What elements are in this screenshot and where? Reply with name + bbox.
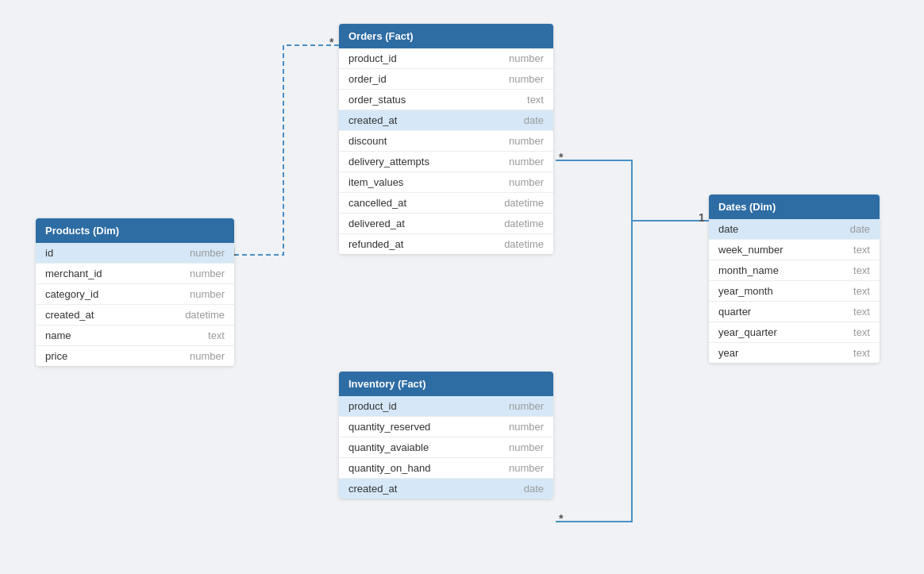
- col-name: quantity_avaiable: [348, 441, 429, 453]
- table-row: week_number text: [709, 240, 880, 260]
- table-row: name text: [36, 326, 234, 346]
- table-row: refunded_at datetime: [339, 234, 553, 254]
- table-row: merchant_id number: [36, 264, 234, 284]
- col-name: quantity_on_hand: [348, 462, 430, 474]
- col-type: text: [853, 326, 870, 338]
- col-name: merchant_id: [45, 268, 102, 279]
- table-row-highlighted: id number: [36, 243, 234, 264]
- col-type: number: [509, 176, 544, 188]
- col-type: number: [509, 156, 544, 168]
- col-name: refunded_at: [348, 238, 403, 250]
- table-row-highlighted: date date: [709, 219, 880, 240]
- col-type: date: [524, 114, 544, 126]
- col-type: text: [853, 264, 870, 276]
- table-row: order_status text: [339, 90, 553, 110]
- col-type: date: [850, 223, 870, 235]
- col-type: datetime: [504, 197, 544, 209]
- inventory-table-header: Inventory (Fact): [339, 372, 553, 396]
- col-type: number: [190, 350, 225, 362]
- col-name: product_id: [348, 400, 397, 412]
- col-name: created_at: [348, 114, 397, 126]
- table-row: category_id number: [36, 284, 234, 305]
- col-name: item_values: [348, 176, 403, 188]
- col-type: text: [208, 329, 225, 341]
- table-row: cancelled_at datetime: [339, 193, 553, 214]
- table-row-highlighted: created_at date: [339, 479, 553, 499]
- col-type: number: [509, 462, 544, 474]
- col-name: year_month: [718, 285, 773, 297]
- col-name: id: [45, 247, 53, 259]
- col-name: created_at: [45, 309, 94, 321]
- col-name: order_status: [348, 94, 406, 106]
- col-type: text: [853, 285, 870, 297]
- dates-table-header: Dates (Dim): [709, 195, 880, 219]
- dates-table: Dates (Dim) date date week_number text m…: [709, 195, 880, 363]
- col-name: product_id: [348, 52, 397, 64]
- table-row-highlighted: created_at date: [339, 110, 553, 131]
- col-name: year_quarter: [718, 326, 777, 338]
- col-name: quarter: [718, 306, 751, 318]
- col-type: number: [190, 268, 225, 279]
- col-type: text: [853, 347, 870, 359]
- label-one-dates: 1: [699, 211, 705, 224]
- table-row: order_id number: [339, 69, 553, 90]
- products-table-header: Products (Dim): [36, 218, 234, 243]
- col-name: delivered_at: [348, 218, 405, 229]
- inventory-table: Inventory (Fact) product_id number quant…: [339, 372, 553, 499]
- table-row: delivered_at datetime: [339, 214, 553, 234]
- col-name: delivery_attempts: [348, 156, 429, 168]
- orders-table: Orders (Fact) product_id number order_id…: [339, 24, 553, 254]
- col-name: price: [45, 350, 67, 362]
- col-type: number: [190, 288, 225, 300]
- col-type: number: [509, 52, 544, 64]
- table-row-highlighted: product_id number: [339, 396, 553, 417]
- table-row: month_name text: [709, 260, 880, 281]
- col-name: discount: [348, 135, 387, 147]
- table-row: product_id number: [339, 48, 553, 69]
- table-row: item_values number: [339, 172, 553, 193]
- table-row: quantity_on_hand number: [339, 458, 553, 479]
- col-type: number: [509, 135, 544, 147]
- products-table: Products (Dim) id number merchant_id num…: [36, 218, 234, 366]
- table-row: price number: [36, 346, 234, 366]
- table-row: year_quarter text: [709, 322, 880, 343]
- col-type: date: [524, 483, 544, 495]
- col-name: category_id: [45, 288, 98, 300]
- col-name: week_number: [718, 244, 783, 256]
- table-row: quantity_avaiable number: [339, 437, 553, 458]
- table-row: delivery_attempts number: [339, 152, 553, 172]
- col-type: number: [509, 73, 544, 85]
- col-type: datetime: [504, 218, 544, 229]
- col-name: order_id: [348, 73, 387, 85]
- orders-table-header: Orders (Fact): [339, 24, 553, 48]
- label-star-orders-date: *: [559, 151, 563, 164]
- col-name: quantity_reserved: [348, 421, 430, 433]
- col-name: year: [718, 347, 738, 359]
- col-name: name: [45, 329, 71, 341]
- col-type: number: [509, 421, 544, 433]
- label-star-inventory-date: *: [559, 512, 563, 525]
- col-type: text: [853, 244, 870, 256]
- col-name: date: [718, 223, 738, 235]
- table-row: quarter text: [709, 302, 880, 322]
- col-name: month_name: [718, 264, 779, 276]
- col-name: created_at: [348, 483, 397, 495]
- table-row: discount number: [339, 131, 553, 152]
- label-star-orders-product: *: [329, 36, 333, 48]
- table-row: year text: [709, 343, 880, 363]
- col-type: number: [190, 247, 225, 259]
- col-name: cancelled_at: [348, 197, 406, 209]
- diagram-container: * 1 * 1 * Orders (Fact) product_id numbe…: [0, 0, 924, 574]
- col-type: number: [509, 441, 544, 453]
- table-row: year_month text: [709, 281, 880, 302]
- col-type: text: [853, 306, 870, 318]
- col-type: text: [527, 94, 544, 106]
- col-type: number: [509, 400, 544, 412]
- table-row: quantity_reserved number: [339, 417, 553, 437]
- col-type: datetime: [185, 309, 225, 321]
- col-type: datetime: [504, 238, 544, 250]
- table-row: created_at datetime: [36, 305, 234, 326]
